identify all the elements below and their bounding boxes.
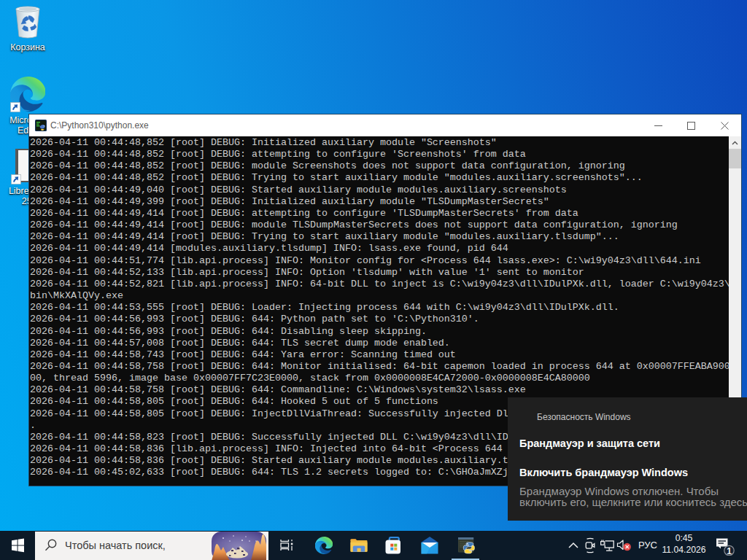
svg-text:1: 1 xyxy=(727,546,732,556)
